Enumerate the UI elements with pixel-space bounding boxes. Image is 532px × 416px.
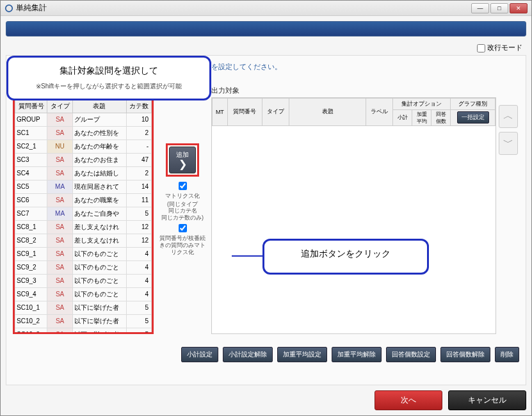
table-row[interactable]: SC10_3SA以下に挙げた者5 <box>15 328 152 334</box>
scroll-up-button[interactable]: ︿ <box>499 105 518 128</box>
callout-add-title: 追加ボタンをクリック <box>276 248 415 260</box>
columns: 質問一覧 質問番号 タイプ 表題 カテ数 GROUPSAグループ10SC1SAあ… <box>13 86 519 342</box>
ocol-ans[interactable]: 回答 個数 <box>431 109 451 125</box>
close-button[interactable]: ✕ <box>510 3 528 13</box>
matrix-label: マトリクス化 <box>165 193 200 200</box>
ocol-graph[interactable]: グラフ種別 <box>451 98 496 109</box>
table-row[interactable]: SC10_2SA以下に挙げた者5 <box>15 314 152 328</box>
ocol-title[interactable]: 表題 <box>289 98 366 125</box>
branch-checkbox[interactable] <box>179 224 187 232</box>
question-table[interactable]: 質問番号 タイプ 表題 カテ数 GROUPSAグループ10SC1SAあなたの性別… <box>15 99 152 334</box>
newline-mode-checkbox[interactable] <box>477 44 485 52</box>
footer: 次へ キャンセル <box>6 385 526 410</box>
subtotal-set-button[interactable]: 小計設定 <box>181 347 218 362</box>
col-type[interactable]: タイプ <box>47 99 72 113</box>
callout-connector <box>232 255 264 257</box>
callout-select-sub: ※Shiftキーを押しながら選択すると範囲選択が可能 <box>20 82 198 91</box>
output-table-wrap: MT 質問番号 タイプ 表題 ラベル 集計オプション グラフ種別 <box>211 97 496 334</box>
delete-button[interactable]: 削除 <box>495 347 519 362</box>
ocol-qno[interactable]: 質問番号 <box>227 98 262 125</box>
ocol-wavg[interactable]: 加重 平均 <box>412 109 431 125</box>
add-button-highlight: 追加 ❯ <box>166 143 199 177</box>
ocol-label[interactable]: ラベル <box>366 98 393 125</box>
table-row[interactable]: SC8_1SA差し支えなけれ12 <box>15 220 152 234</box>
table-row[interactable]: SC5MA現在同居されて14 <box>15 180 152 193</box>
output-table[interactable]: MT 質問番号 タイプ 表題 ラベル 集計オプション グラフ種別 <box>212 98 496 126</box>
col-qno[interactable]: 質問番号 <box>15 99 47 113</box>
table-row[interactable]: SC8_2SA差し支えなけれ12 <box>15 234 152 247</box>
subtotal-clear-button[interactable]: 小計設定解除 <box>223 347 273 362</box>
cancel-button[interactable]: キャンセル <box>448 390 526 410</box>
table-row[interactable]: SC10_1SA以下に挙げた者5 <box>15 301 152 314</box>
minimize-button[interactable]: — <box>471 3 489 13</box>
window-title: 単純集計 <box>16 3 471 13</box>
add-button[interactable]: 追加 ❯ <box>169 147 196 173</box>
middle-column: 追加 ❯ マトリクス化 (同じタイプ 同じカテ名 同じカテ数のみ) 質問番号が枝… <box>157 86 207 342</box>
table-row[interactable]: SC1SAあなたの性別を2 <box>15 126 152 140</box>
batch-set-button[interactable]: 一括設定 <box>457 111 489 124</box>
table-row[interactable]: SC2_1NUあなたの年齢を- <box>15 140 152 153</box>
scroll-buttons: ︿ ﹀ <box>499 86 519 342</box>
table-row[interactable]: SC9_3SA以下のものごと4 <box>15 274 152 287</box>
callout-select-title: 集計対象設問を選択して <box>20 65 198 77</box>
callout-select: 集計対象設問を選択して ※Shiftキーを押しながら選択すると範囲選択が可能 <box>6 56 211 100</box>
table-row[interactable]: SC7MAあなたご自身や5 <box>15 207 152 220</box>
ocol-sub[interactable]: 小計 <box>393 109 412 125</box>
table-row[interactable]: GROUPSAグループ10 <box>15 113 152 126</box>
content: 改行モード 集計対象設問を選択して ※Shiftキーを押しながら選択すると範囲選… <box>1 16 531 415</box>
ocol-type[interactable]: タイプ <box>262 98 289 125</box>
table-row[interactable]: SC4SAあなたは結婚し2 <box>15 166 152 180</box>
ans-clear-button[interactable]: 回答個数解除 <box>440 347 490 362</box>
col-cat[interactable]: カテ数 <box>126 99 151 113</box>
col-title[interactable]: 表題 <box>72 99 126 113</box>
top-banner <box>6 21 526 36</box>
next-button[interactable]: 次へ <box>375 390 442 410</box>
question-list-column: 質問一覧 質問番号 タイプ 表題 カテ数 GROUPSAグループ10SC1SAあ… <box>13 86 154 342</box>
svg-point-0 <box>6 4 13 12</box>
mode-bar: 改行モード <box>6 40 526 55</box>
wavg-set-button[interactable]: 加重平均設定 <box>277 347 327 362</box>
newline-mode-label[interactable]: 改行モード <box>477 44 522 51</box>
matrix-sublabel: (同じタイプ 同じカテ名 同じカテ数のみ) <box>161 201 204 221</box>
output-column: 出力対象 MT 質問番号 タイプ 表題 ラベル <box>211 86 519 342</box>
scroll-down-button[interactable]: ﹀ <box>499 132 518 155</box>
titlebar: 単純集計 — □ ✕ <box>1 1 531 16</box>
table-row[interactable]: SC9_4SA以下のものごと4 <box>15 287 152 301</box>
table-row[interactable]: SC6SAあなたの職業を11 <box>15 193 152 207</box>
table-row[interactable]: SC9_2SA以下のものごと4 <box>15 260 152 274</box>
callout-add: 追加ボタンをクリック <box>262 239 429 275</box>
table-row[interactable]: SC3SAあなたのお住ま47 <box>15 153 152 166</box>
maximize-button[interactable]: □ <box>490 3 508 13</box>
branch-label: 質問番号が枝番続きの質問のみマトリクス化 <box>157 235 207 255</box>
ocol-mt[interactable]: MT <box>213 98 228 125</box>
app-icon <box>4 4 13 13</box>
table-row[interactable]: SC9_1SA以下のものごと4 <box>15 247 152 260</box>
action-row: 小計設定 小計設定解除 加重平均設定 加重平均解除 回答個数設定 回答個数解除 … <box>13 347 519 362</box>
chevron-right-icon: ❯ <box>179 159 187 170</box>
main-panel: 集計対象設問を選択して ※Shiftキーを押しながら選択すると範囲選択が可能 追… <box>6 55 526 385</box>
ans-set-button[interactable]: 回答個数設定 <box>386 347 436 362</box>
window: 単純集計 — □ ✕ 改行モード 集計対象設問を選択して ※Shiftキーを押し… <box>0 0 532 416</box>
wavg-clear-button[interactable]: 加重平均解除 <box>332 347 382 362</box>
output-label: 出力対象 <box>211 86 496 95</box>
ocol-opt[interactable]: 集計オプション <box>393 98 451 109</box>
matrix-checkbox[interactable] <box>179 182 187 190</box>
question-table-wrap: 質問番号 タイプ 表題 カテ数 GROUPSAグループ10SC1SAあなたの性別… <box>13 97 154 334</box>
